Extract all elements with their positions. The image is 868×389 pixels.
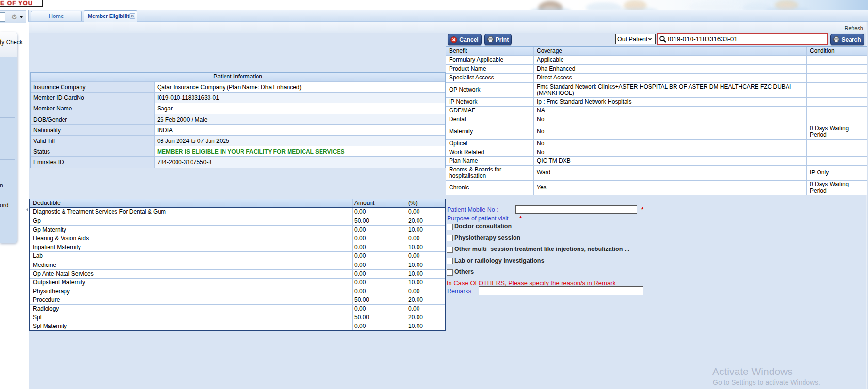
remarks-input[interactable]	[479, 286, 643, 295]
benefit-cell	[807, 148, 867, 156]
deductible-cell: Medicine	[30, 261, 353, 269]
benefit-cell	[807, 83, 867, 97]
deductible-cell: 0.00	[353, 252, 406, 260]
benefit-cell	[807, 107, 867, 115]
benefit-cell: Optical	[446, 140, 534, 148]
banner-person-shirt	[586, 2, 622, 10]
deductible-cell: 0.00	[353, 208, 406, 217]
sidebar-separator	[0, 200, 15, 200]
sidebar-item-label[interactable]: n	[0, 182, 3, 189]
deductible-cell: 10.00	[406, 261, 445, 269]
logo-box: E OF YOU	[0, 0, 43, 7]
benefit-cell: Ward	[534, 166, 807, 180]
benefit-cell: Fmc Standard Network Clinics+ASTER HOSPI…	[534, 83, 807, 97]
purpose-checkbox-label[interactable]: Doctor consultation	[454, 223, 512, 230]
purpose-checkbox[interactable]	[447, 235, 453, 241]
deductible-row: Medicine0.0010.00	[30, 261, 445, 269]
deductible-cell: 50.00	[353, 217, 406, 225]
deductible-row: Inpatient Maternity0.0010.00	[30, 243, 445, 251]
benefit-cell	[807, 140, 867, 148]
benefit-cell: No	[534, 140, 807, 148]
purpose-checkbox[interactable]	[447, 224, 453, 230]
purpose-checkbox[interactable]	[447, 269, 453, 276]
sidebar-separator	[0, 137, 15, 137]
patient-info-row-label: Insurance Company	[31, 82, 155, 92]
patient-info-row-value: 784-2000-3107550-8	[155, 157, 445, 167]
deductible-row: Op Ante-Natal Services0.0010.00	[30, 269, 445, 278]
patient-info-row-value: Sagar	[155, 103, 445, 113]
member-id-search-input[interactable]	[668, 34, 827, 44]
purpose-required-asterisk: *	[519, 215, 522, 222]
purpose-checkbox[interactable]	[447, 258, 453, 264]
cancel-button[interactable]: Cancel	[448, 34, 482, 45]
benefit-row: MaternityNo0 Days Waiting Period	[446, 124, 867, 139]
refresh-link[interactable]: Refresh	[844, 25, 863, 31]
deductible-cell: 0.00	[353, 287, 406, 296]
deductible-cell: 0.00	[353, 261, 406, 269]
deductible-cell: 0.00	[353, 270, 406, 278]
purpose-of-visit-label: Purpose of patient visit	[447, 215, 508, 222]
purpose-checkbox-label[interactable]: Other multi- session treatment like inje…	[454, 246, 629, 252]
patient-information-rows: Insurance CompanyQatar Insurance Company…	[31, 81, 445, 168]
panel-collapse-arrow-icon[interactable]	[26, 208, 28, 212]
sidebar-item-label[interactable]: ord	[0, 202, 8, 209]
deductible-cell: Gp	[30, 217, 353, 225]
chevron-down-icon[interactable]	[20, 16, 23, 18]
patient-info-row-value: Qatar Insurance Company (Plan Name: Dha …	[155, 82, 445, 92]
deductible-cell: Spl	[30, 313, 353, 322]
patient-info-row-label: Valid Till	[31, 136, 155, 146]
benefit-row: IP NetworkIp : Fmc Standard Network Hosp…	[446, 97, 867, 106]
deductible-cell: 0.00	[406, 234, 445, 243]
benefit-row: Work RelatedNo	[446, 148, 867, 156]
search-button-label: Search	[841, 36, 861, 43]
purpose-checkbox-label[interactable]: Physiotherapy session	[454, 234, 520, 241]
deductible-row: Gp Maternity0.0010.00	[30, 225, 445, 234]
patient-info-row-label: Member Name	[31, 103, 155, 113]
print-button[interactable]: Print	[484, 34, 512, 45]
search-icon	[659, 35, 667, 43]
purpose-checkbox-label[interactable]: Others	[454, 268, 474, 275]
benefit-cell: No	[534, 115, 807, 124]
text-cursor	[667, 35, 667, 43]
deductible-cell: 10.00	[406, 322, 445, 330]
search-box	[657, 33, 828, 45]
deductible-cell: 0.00	[353, 243, 406, 251]
patient-info-row: Emirates ID784-2000-3107550-8	[31, 156, 445, 167]
deductible-cell: 0.00	[353, 305, 406, 313]
sidebar-separator	[0, 77, 15, 77]
purpose-checkbox[interactable]	[447, 247, 453, 253]
top-toolbar: ⚙	[0, 10, 26, 23]
deductible-row: Physiotherapy0.000.00	[30, 287, 445, 296]
tab-member-eligibility[interactable]: Member Eligibilit ✕	[84, 10, 137, 22]
search-button[interactable]: Search	[830, 34, 864, 45]
benefit-cell: NA	[534, 107, 807, 115]
sidebar-separator	[0, 57, 15, 57]
patient-info-row: NationalityINDIA	[31, 124, 445, 135]
amount-col-header: Amount	[353, 199, 406, 207]
deductible-row: Radiology0.000.00	[30, 304, 445, 313]
patient-info-row: StatusMEMBER IS ELIGIBLE IN YOUR FACILIT…	[31, 146, 445, 156]
patient-information-title: Patient Information	[31, 73, 445, 81]
benefit-cell: 0 Days Waiting Period	[807, 181, 867, 195]
patient-mobile-input[interactable]	[515, 205, 637, 214]
deductible-cell: 0.00	[406, 305, 445, 313]
tab-home[interactable]: Home	[31, 11, 82, 21]
gear-icon[interactable]: ⚙	[11, 13, 19, 21]
patient-info-row-value: 08 Jun 2024 to 07 Jun 2025	[155, 136, 445, 146]
banner-person-shirt	[765, 7, 810, 10]
toolbar-search-input[interactable]	[0, 12, 5, 22]
purpose-checkbox-label[interactable]: Lab or radiology investigations	[454, 257, 544, 264]
visit-type-select[interactable]: Out Patient	[615, 34, 656, 44]
deductible-cell: 20.00	[406, 217, 445, 225]
deductible-cell: Hearing & Vision Aids	[30, 234, 353, 243]
sidebar-item-label[interactable]: ty Check	[0, 39, 23, 46]
close-icon[interactable]: ✕	[129, 13, 135, 19]
activate-windows-subtext: Go to Settings to activate Windows.	[713, 378, 820, 386]
benefit-row: Specialist AccessDirect Access	[446, 73, 867, 82]
member-eligibility-screen: E OF YOU ⚙ Home Member Eligibilit ✕ Refr…	[0, 0, 868, 389]
benefit-cell: Product Name	[446, 65, 534, 73]
benefit-cell: Dental	[446, 115, 534, 124]
patient-info-row-value: 26 Feb 2000 / Male	[155, 114, 445, 124]
benefit-cell: OP Network	[446, 83, 534, 97]
benefit-cell: Chronic	[446, 181, 534, 195]
